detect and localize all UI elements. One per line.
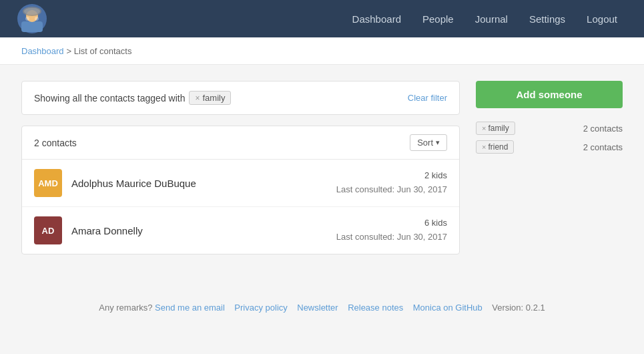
footer-version: Version: 0.2.1 [492, 303, 545, 313]
right-panel: Add someone family 2 contacts friend 2 c… [476, 81, 623, 254]
main-content: Showing all the contacts tagged with fam… [0, 65, 644, 271]
app-logo [16, 3, 48, 35]
svg-rect-5 [24, 8, 40, 15]
contact-meta: 6 kids Last consulted: Jun 30, 2017 [336, 216, 447, 244]
nav-settings[interactable]: Settings [519, 8, 576, 30]
contact-row[interactable]: AMD Adolphus Maurice DuBuque 2 kids Last… [22, 160, 459, 207]
tag-pill-friend[interactable]: friend [476, 140, 514, 154]
contact-name: Adolphus Maurice DuBuque [71, 178, 336, 189]
footer-remarks: Any remarks? [99, 303, 152, 313]
contact-row[interactable]: AD Amara Donnelly 6 kids Last consulted:… [22, 207, 459, 254]
tag-count-friend: 2 contacts [583, 142, 623, 152]
sort-button[interactable]: Sort [410, 134, 447, 151]
breadcrumb-current: List of contacts [74, 46, 132, 56]
nav-dashboard[interactable]: Dashboard [342, 8, 412, 30]
nav-logout[interactable]: Logout [576, 8, 628, 30]
breadcrumb-separator: > [67, 46, 74, 56]
footer-newsletter-link[interactable]: Newsletter [297, 303, 338, 313]
contact-last-consulted: Last consulted: Jun 30, 2017 [336, 183, 447, 197]
svg-point-6 [25, 17, 29, 21]
filter-bar: Showing all the contacts tagged with fam… [21, 81, 460, 115]
nav-people[interactable]: People [412, 8, 464, 30]
clear-filter-link[interactable]: Clear filter [408, 93, 447, 103]
svg-rect-1 [21, 21, 43, 32]
contact-name: Amara Donnelly [71, 225, 336, 236]
footer: Any remarks? Send me an email Privacy po… [0, 287, 644, 329]
footer-release-link[interactable]: Release notes [348, 303, 403, 313]
filter-prefix: Showing all the contacts tagged with [34, 93, 185, 104]
avatar: AD [34, 216, 62, 244]
add-someone-button[interactable]: Add someone [476, 81, 623, 108]
contacts-header: 2 contacts Sort [22, 126, 459, 160]
contact-kids: 2 kids [336, 169, 447, 183]
contact-last-consulted: Last consulted: Jun 30, 2017 [336, 230, 447, 244]
nav-links: Dashboard People Journal Settings Logout [342, 8, 628, 30]
tag-pill-family[interactable]: family [476, 122, 515, 135]
footer-privacy-link[interactable]: Privacy policy [234, 303, 287, 313]
left-panel: Showing all the contacts tagged with fam… [21, 81, 460, 254]
contacts-panel: 2 contacts Sort AMD Adolphus Maurice DuB… [21, 126, 460, 254]
breadcrumb-home[interactable]: Dashboard [21, 46, 64, 56]
tag-row: family 2 contacts [476, 122, 623, 135]
breadcrumb: Dashboard > List of contacts [21, 45, 623, 56]
tag-list: family 2 contacts friend 2 contacts [476, 122, 623, 154]
tag-count-family: 2 contacts [583, 124, 623, 134]
navbar: Dashboard People Journal Settings Logout [0, 0, 644, 37]
nav-journal[interactable]: Journal [464, 8, 519, 30]
contacts-count: 2 contacts [34, 138, 77, 148]
tag-row: friend 2 contacts [476, 140, 623, 154]
avatar: AMD [34, 169, 62, 197]
filter-tag-badge[interactable]: family [189, 91, 231, 105]
footer-github-link[interactable]: Monica on GitHub [413, 303, 482, 313]
contact-meta: 2 kids Last consulted: Jun 30, 2017 [336, 169, 447, 197]
contact-kids: 6 kids [336, 216, 447, 230]
footer-email-link[interactable]: Send me an email [155, 303, 225, 313]
filter-text: Showing all the contacts tagged with fam… [34, 91, 231, 105]
svg-point-7 [35, 17, 39, 21]
breadcrumb-bar: Dashboard > List of contacts [0, 37, 644, 65]
